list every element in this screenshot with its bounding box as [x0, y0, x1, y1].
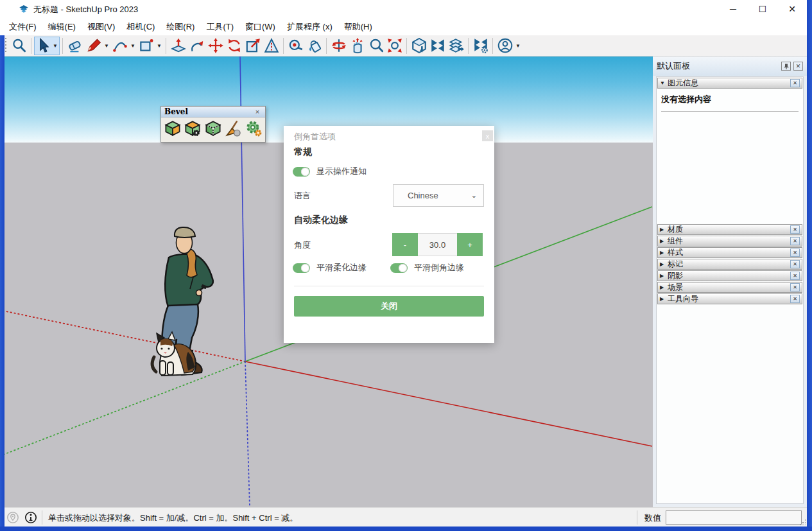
paint-bucket-button[interactable]: [305, 37, 324, 55]
scale-button[interactable]: [243, 37, 262, 55]
toolbar-separator: [492, 38, 493, 54]
smooth-bevel-label: 平滑倒角边缘: [414, 262, 464, 274]
measurements-input[interactable]: [666, 510, 802, 525]
select-dropdown-arrow[interactable]: ▼: [51, 37, 59, 55]
section-styles[interactable]: ▶ 样式 ✕: [657, 247, 802, 258]
angle-plus-button[interactable]: +: [457, 233, 483, 256]
axis-green-dotted: [4, 361, 245, 456]
window-border-bottom: [0, 527, 812, 531]
maximize-button[interactable]: ☐: [748, 0, 777, 18]
pan-button[interactable]: [348, 37, 367, 55]
pin-icon: [784, 64, 789, 69]
dialog-close-action-button[interactable]: 关闭: [294, 296, 484, 317]
menu-window[interactable]: 窗口(W): [239, 19, 281, 35]
tags-close-icon[interactable]: ✕: [790, 260, 800, 268]
select-tool-button[interactable]: ▼: [34, 37, 60, 55]
search-button[interactable]: [10, 37, 28, 55]
shape-dropdown-arrow[interactable]: ▼: [155, 37, 163, 55]
cleanup-button[interactable]: [225, 119, 243, 137]
cleanup-broom-icon: [225, 120, 242, 137]
section-components[interactable]: ▶ 组件 ✕: [657, 236, 802, 247]
dialog-close-button[interactable]: x: [482, 130, 493, 141]
section-scenes[interactable]: ▶ 场景 ✕: [657, 282, 802, 293]
bevel-toolbar-titlebar[interactable]: Bevel ×: [161, 107, 265, 118]
section-shadows[interactable]: ▶ 阴影 ✕: [657, 270, 802, 281]
section-tags[interactable]: ▶ 标记 ✕: [657, 259, 802, 270]
panel-pin-button[interactable]: [781, 62, 791, 71]
language-label: 语言: [294, 190, 311, 202]
shape-tool-button[interactable]: [137, 37, 155, 55]
menu-tools[interactable]: 工具(T): [200, 19, 239, 35]
triangle-down-icon: ▼: [660, 80, 668, 86]
geolocation-icon[interactable]: [6, 511, 19, 524]
angle-value[interactable]: 30.0: [418, 233, 457, 256]
line-dropdown-arrow[interactable]: ▼: [103, 37, 110, 55]
main-toolbar: ▼ ▼ ▼ ▼: [0, 35, 812, 57]
menu-help[interactable]: 帮助(H): [338, 19, 378, 35]
pushpull-button[interactable]: [169, 37, 187, 55]
language-value: Chinese: [393, 191, 471, 200]
account-dropdown-arrow[interactable]: ▼: [514, 37, 522, 55]
show-notifications-toggle[interactable]: [293, 167, 310, 177]
bevel-toolbar-close-icon[interactable]: ×: [253, 108, 262, 116]
followme-button[interactable]: [187, 37, 206, 55]
tape-measure-button[interactable]: [286, 37, 305, 55]
panel-close-button[interactable]: ✕: [793, 62, 803, 71]
rectangle-icon: [138, 37, 155, 54]
move-button[interactable]: [206, 37, 225, 55]
arc-dropdown-arrow[interactable]: ▼: [129, 37, 137, 55]
smooth-bevel-toggle[interactable]: [390, 263, 408, 273]
arc-tool-button[interactable]: [110, 37, 129, 55]
menu-edit[interactable]: 编辑(E): [42, 19, 82, 35]
orbit-button[interactable]: [329, 37, 348, 55]
scenes-close-icon[interactable]: ✕: [790, 283, 800, 292]
rotate-button[interactable]: [225, 37, 243, 55]
styles-close-icon[interactable]: ✕: [790, 248, 800, 257]
share-model-button[interactable]: [447, 37, 465, 55]
section-entity-info[interactable]: ▼ 图元信息 ✕: [657, 78, 802, 89]
angle-minus-button[interactable]: -: [392, 233, 418, 256]
account-button[interactable]: [496, 37, 514, 55]
menu-view[interactable]: 视图(V): [82, 19, 121, 35]
section-instructor[interactable]: ▶ 工具向导 ✕: [657, 293, 802, 304]
default-panel-titlebar[interactable]: 默认面板 ✕: [653, 57, 807, 76]
bevel-toolbar[interactable]: Bevel ×: [160, 106, 266, 143]
components-close-icon[interactable]: ✕: [790, 237, 800, 245]
menu-draw[interactable]: 绘图(R): [160, 19, 200, 35]
language-select[interactable]: Chinese ⌄: [393, 184, 484, 207]
entity-divider: [661, 111, 799, 112]
angle-label: 角度: [294, 239, 311, 251]
smooth-soften-toggle[interactable]: [293, 263, 310, 273]
offset-button[interactable]: [262, 37, 281, 55]
zoom-button[interactable]: [367, 37, 385, 55]
bevel-tool-button[interactable]: [164, 119, 182, 137]
instructor-info-icon[interactable]: [24, 511, 37, 524]
minimize-button[interactable]: ─: [718, 0, 748, 18]
3d-warehouse-button[interactable]: [410, 37, 428, 55]
show-notifications-label: 显示操作通知: [316, 166, 367, 177]
statusbar-separator: [42, 510, 42, 525]
pushpull-icon: [170, 37, 187, 54]
materials-close-icon[interactable]: ✕: [790, 225, 800, 234]
axis-red-solid: [245, 361, 652, 446]
entity-info-close-icon[interactable]: ✕: [790, 79, 800, 87]
bevel-options-button[interactable]: [184, 119, 202, 137]
soften-edges-button[interactable]: [204, 119, 222, 137]
menu-camera[interactable]: 相机(C): [121, 19, 160, 35]
model-viewport[interactable]: Bevel ×: [4, 57, 653, 507]
menu-extensions[interactable]: 扩展程序 (x): [281, 19, 338, 35]
auto-soften-heading: 自动柔化边缘: [294, 214, 348, 226]
line-tool-button[interactable]: [84, 37, 103, 55]
menu-file[interactable]: 文件(F): [3, 19, 42, 35]
extension-warehouse-button[interactable]: [428, 37, 447, 55]
bevel-preferences-button[interactable]: [245, 119, 263, 137]
instructor-close-icon[interactable]: ✕: [790, 295, 800, 303]
eraser-button[interactable]: [65, 37, 84, 55]
close-button[interactable]: ✕: [777, 0, 807, 18]
extension-manager-button[interactable]: [471, 37, 490, 55]
window-border-right: [807, 0, 812, 531]
section-materials[interactable]: ▶ 材质 ✕: [657, 224, 802, 235]
statusbar-separator: [637, 510, 637, 525]
shadows-close-icon[interactable]: ✕: [790, 272, 800, 280]
zoom-extents-button[interactable]: [385, 37, 404, 55]
